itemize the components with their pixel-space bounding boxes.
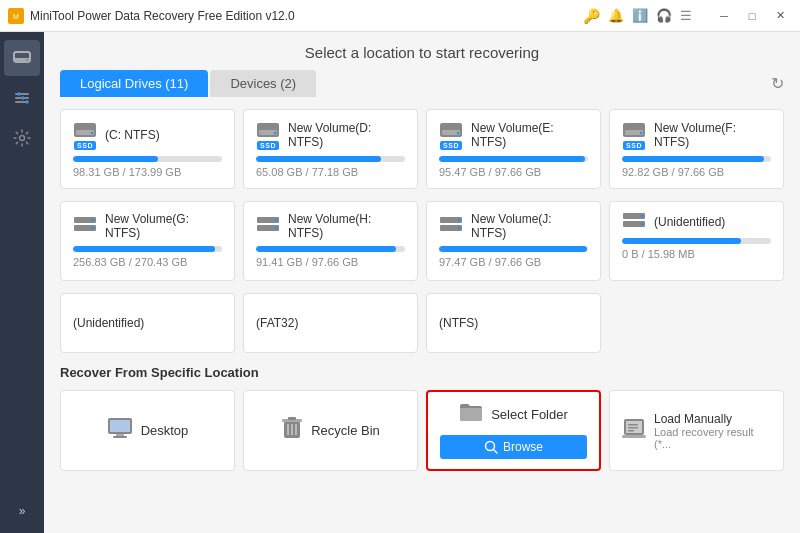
drive-size-e: 95.47 GB / 97.66 GB — [439, 166, 588, 178]
tab-devices[interactable]: Devices (2) — [210, 70, 316, 97]
load-manually-text: Load Manually Load recovery result (*... — [654, 412, 771, 450]
svg-rect-56 — [628, 430, 634, 432]
drive-bar-c — [73, 156, 222, 162]
select-folder-label: Select Folder — [491, 407, 568, 422]
select-folder-card-top: Select Folder — [459, 402, 568, 427]
main-content: Select a location to start recovering Lo… — [44, 32, 800, 533]
drive-icon-d: SSD — [256, 120, 280, 150]
svg-point-14 — [91, 132, 93, 134]
bell-icon[interactable]: 🔔 — [608, 8, 624, 23]
unidentified-card-1[interactable]: (Unidentified) — [60, 293, 235, 353]
drive-bar-h — [256, 246, 405, 252]
desktop-label: Desktop — [141, 423, 189, 438]
svg-point-27 — [92, 227, 94, 229]
refresh-icon[interactable]: ↻ — [771, 74, 784, 93]
folder-icon — [459, 402, 483, 427]
drive-name-c: (C: NTFS) — [105, 128, 160, 142]
load-manually-icon — [622, 416, 646, 445]
menu-icon[interactable]: ☰ — [680, 8, 692, 23]
title-bar-title: MiniTool Power Data Recovery Free Editio… — [30, 9, 295, 23]
specific-grid: Desktop Recycle Bin — [60, 390, 784, 471]
specific-card-load-manually[interactable]: Load Manually Load recovery result (*... — [609, 390, 784, 471]
drive-card-c[interactable]: SSD (C: NTFS) 98.31 GB / 173.99 GB — [60, 109, 235, 189]
title-bar: M MiniTool Power Data Recovery Free Edit… — [0, 0, 800, 32]
unidentified-label-fat32: (FAT32) — [256, 316, 298, 330]
svg-point-4 — [26, 59, 28, 61]
title-bar-controls: ─ □ ✕ — [712, 6, 792, 26]
drive-card-h[interactable]: New Volume(H: NTFS) 91.41 GB / 97.66 GB — [243, 201, 418, 281]
drive-bar-unidentified1 — [622, 238, 771, 244]
title-bar-left: M MiniTool Power Data Recovery Free Edit… — [8, 8, 295, 24]
drives-grid-row1: SSD (C: NTFS) 98.31 GB / 173.99 GB SSD — [60, 109, 784, 189]
unidentified-label-ntfs: (NTFS) — [439, 316, 478, 330]
info-circle-icon[interactable]: ℹ️ — [632, 8, 648, 23]
browse-label: Browse — [503, 440, 543, 454]
close-button[interactable]: ✕ — [768, 6, 792, 26]
desktop-card-top: Desktop — [107, 417, 189, 444]
drive-bar-d — [256, 156, 405, 162]
specific-card-select-folder[interactable]: Select Folder Browse — [426, 390, 601, 471]
drive-bar-f — [622, 156, 771, 162]
svg-rect-8 — [18, 92, 20, 96]
key-icon[interactable]: 🔑 — [583, 8, 600, 24]
svg-point-20 — [457, 132, 459, 134]
drive-card-j[interactable]: New Volume(J: NTFS) 97.47 GB / 97.66 GB — [426, 201, 601, 281]
drive-icon-j — [439, 216, 463, 236]
recycle-label: Recycle Bin — [311, 423, 380, 438]
svg-point-39 — [641, 223, 643, 225]
headphones-icon[interactable]: 🎧 — [656, 8, 672, 23]
specific-card-recycle[interactable]: Recycle Bin — [243, 390, 418, 471]
drive-icon-f: SSD — [622, 120, 646, 150]
svg-rect-10 — [26, 100, 28, 104]
load-manually-sub: Load recovery result (*... — [654, 426, 771, 450]
drive-bar-g — [73, 246, 222, 252]
drive-size-unidentified1: 0 B / 15.98 MB — [622, 248, 771, 260]
sidebar-item-tools[interactable] — [4, 80, 40, 116]
app-body: » Select a location to start recovering … — [0, 32, 800, 533]
sidebar-item-drives[interactable] — [4, 40, 40, 76]
app-icon: M — [8, 8, 24, 24]
svg-point-34 — [458, 219, 460, 221]
svg-line-51 — [493, 450, 497, 454]
drive-size-j: 97.47 GB / 97.66 GB — [439, 256, 588, 268]
drive-size-h: 91.41 GB / 97.66 GB — [256, 256, 405, 268]
expand-button[interactable]: » — [4, 501, 40, 521]
svg-rect-42 — [116, 434, 124, 436]
title-bar-icons: 🔑 🔔 ℹ️ 🎧 ☰ — [583, 8, 692, 24]
drive-card-g[interactable]: New Volume(G: NTFS) 256.83 GB / 270.43 G… — [60, 201, 235, 281]
svg-point-31 — [275, 227, 277, 229]
drive-name-h: New Volume(H: NTFS) — [288, 212, 405, 240]
drive-size-f: 92.82 GB / 97.66 GB — [622, 166, 771, 178]
drive-name-e: New Volume(E: NTFS) — [471, 121, 588, 149]
drives-grid-row2: New Volume(G: NTFS) 256.83 GB / 270.43 G… — [60, 201, 784, 281]
drives-section: SSD (C: NTFS) 98.31 GB / 173.99 GB SSD — [44, 97, 800, 533]
drive-card-e[interactable]: SSD New Volume(E: NTFS) 95.47 GB / 97.66… — [426, 109, 601, 189]
browse-button[interactable]: Browse — [440, 435, 587, 459]
maximize-button[interactable]: □ — [740, 6, 764, 26]
drive-card-d[interactable]: SSD New Volume(D: NTFS) 65.08 GB / 77.18… — [243, 109, 418, 189]
svg-rect-55 — [628, 427, 638, 429]
sidebar-item-settings[interactable] — [4, 120, 40, 156]
svg-rect-57 — [622, 435, 646, 438]
specific-card-desktop[interactable]: Desktop — [60, 390, 235, 471]
svg-rect-5 — [15, 93, 29, 95]
unidentified-label-1: (Unidentified) — [73, 316, 144, 330]
drive-card-f[interactable]: SSD New Volume(F: NTFS) 92.82 GB / 97.66… — [609, 109, 784, 189]
tab-logical-drives[interactable]: Logical Drives (11) — [60, 70, 208, 97]
svg-rect-43 — [113, 436, 127, 438]
drive-bar-e — [439, 156, 588, 162]
drive-card-unidentified1[interactable]: (Unidentified) 0 B / 15.98 MB — [609, 201, 784, 281]
drive-size-c: 98.31 GB / 173.99 GB — [73, 166, 222, 178]
svg-rect-54 — [628, 424, 638, 426]
unidentified-card-fat32[interactable]: (FAT32) — [243, 293, 418, 353]
unidentified-grid: (Unidentified) (FAT32) (NTFS) — [60, 293, 784, 353]
svg-point-30 — [275, 219, 277, 221]
svg-point-26 — [92, 219, 94, 221]
unidentified-card-ntfs[interactable]: (NTFS) — [426, 293, 601, 353]
load-manually-label: Load Manually — [654, 412, 771, 426]
minimize-button[interactable]: ─ — [712, 6, 736, 26]
drive-name-f: New Volume(F: NTFS) — [654, 121, 771, 149]
svg-point-11 — [20, 136, 25, 141]
desktop-icon — [107, 417, 133, 444]
tabs-left: Logical Drives (11) Devices (2) — [60, 70, 316, 97]
